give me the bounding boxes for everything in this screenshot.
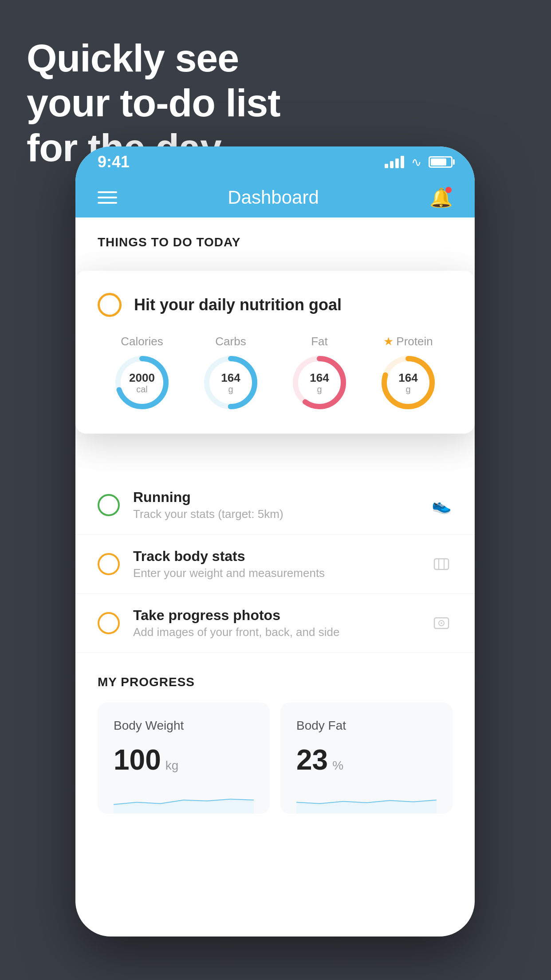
status-icons: ∿	[385, 155, 453, 170]
carbs-donut: 164 g	[202, 354, 260, 411]
running-title: Running	[133, 489, 417, 506]
nutrition-fat: Fat 164 g	[291, 335, 348, 411]
body-weight-value: 100	[114, 743, 161, 776]
body-stats-subtitle: Enter your weight and measurements	[133, 566, 417, 580]
body-stats-title: Track body stats	[133, 548, 417, 565]
running-circle	[98, 494, 120, 516]
protein-donut: 164 g	[379, 354, 437, 411]
signal-icon	[385, 156, 404, 168]
svg-point-13	[441, 622, 442, 624]
notification-badge	[445, 187, 452, 193]
photos-circle	[98, 612, 120, 634]
progress-cards: Body Weight 100 kg Body Fat	[98, 703, 453, 814]
body-stats-text: Track body stats Enter your weight and m…	[133, 548, 417, 580]
section-header-things-to-do: THINGS TO DO TODAY	[75, 217, 475, 258]
progress-section-title: MY PROGRESS	[98, 675, 453, 689]
todo-item-photos[interactable]: Take progress photos Add images of your …	[75, 594, 475, 653]
body-weight-label: Body Weight	[114, 719, 254, 733]
content-area: THINGS TO DO TODAY Hit your daily nutrit…	[75, 217, 475, 836]
body-fat-chart	[296, 787, 437, 814]
body-fat-unit: %	[332, 759, 343, 773]
photos-title: Take progress photos	[133, 607, 417, 624]
body-fat-value-row: 23 %	[296, 743, 437, 776]
carbs-label: Carbs	[215, 335, 246, 348]
status-bar: 9:41 ∿	[75, 146, 475, 178]
nutrition-calories: Calories 2000 cal	[113, 335, 171, 411]
hamburger-menu[interactable]	[98, 191, 117, 204]
fat-label: Fat	[311, 335, 328, 348]
calories-donut: 2000 cal	[113, 354, 171, 411]
svg-marker-15	[296, 800, 437, 814]
battery-icon	[429, 156, 453, 168]
nutrition-card: Hit your daily nutrition goal Calories 2…	[75, 271, 475, 434]
photos-subtitle: Add images of your front, back, and side	[133, 625, 417, 639]
scale-icon	[430, 553, 453, 575]
todo-item-running[interactable]: Running Track your stats (target: 5km) 👟	[75, 476, 475, 535]
card-title: Hit your daily nutrition goal	[134, 296, 342, 314]
body-weight-value-row: 100 kg	[114, 743, 254, 776]
body-weight-chart	[114, 787, 254, 814]
status-time: 9:41	[98, 153, 130, 171]
card-title-row: Hit your daily nutrition goal	[98, 293, 453, 317]
task-circle-nutrition[interactable]	[98, 293, 122, 317]
wifi-icon: ∿	[411, 155, 421, 170]
body-fat-label: Body Fat	[296, 719, 437, 733]
nav-title: Dashboard	[228, 187, 319, 208]
notification-bell-icon[interactable]: 🔔	[429, 187, 453, 209]
photo-icon	[430, 612, 453, 634]
phone-frame: 9:41 ∿ Dashboard 🔔 THI	[75, 146, 475, 937]
star-icon: ★	[383, 335, 394, 348]
svg-marker-14	[114, 799, 254, 814]
progress-section: MY PROGRESS Body Weight 100 kg	[75, 653, 475, 836]
todo-item-body-stats[interactable]: Track body stats Enter your weight and m…	[75, 535, 475, 594]
nutrition-protein: ★ Protein 164 g	[379, 335, 437, 411]
nutrition-carbs: Carbs 164 g	[202, 335, 260, 411]
nutrition-row: Calories 2000 cal Carbs	[98, 335, 453, 411]
body-fat-value: 23	[296, 743, 328, 776]
body-weight-unit: kg	[165, 759, 179, 773]
fat-donut: 164 g	[291, 354, 348, 411]
body-weight-card[interactable]: Body Weight 100 kg	[98, 703, 270, 814]
body-stats-circle	[98, 553, 120, 575]
protein-label: ★ Protein	[383, 335, 433, 348]
shoe-icon: 👟	[430, 494, 453, 516]
running-subtitle: Track your stats (target: 5km)	[133, 507, 417, 521]
svg-rect-8	[434, 559, 449, 569]
calories-label: Calories	[121, 335, 163, 348]
body-fat-card[interactable]: Body Fat 23 %	[280, 703, 453, 814]
nav-bar: Dashboard 🔔	[75, 178, 475, 217]
photos-text: Take progress photos Add images of your …	[133, 607, 417, 639]
running-text: Running Track your stats (target: 5km)	[133, 489, 417, 521]
